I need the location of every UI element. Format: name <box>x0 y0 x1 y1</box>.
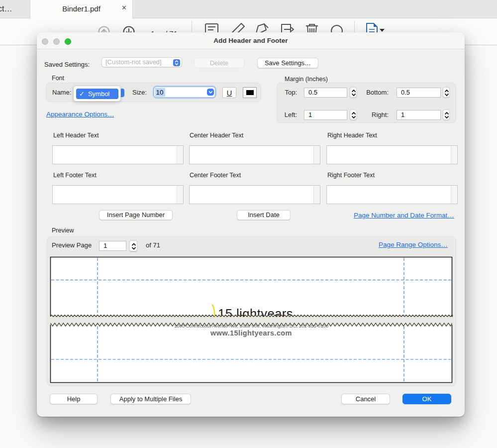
svg-text:15 lightyears: 15 lightyears <box>218 307 293 321</box>
svg-text:www.15lightyears.com: www.15lightyears.com <box>210 329 292 337</box>
